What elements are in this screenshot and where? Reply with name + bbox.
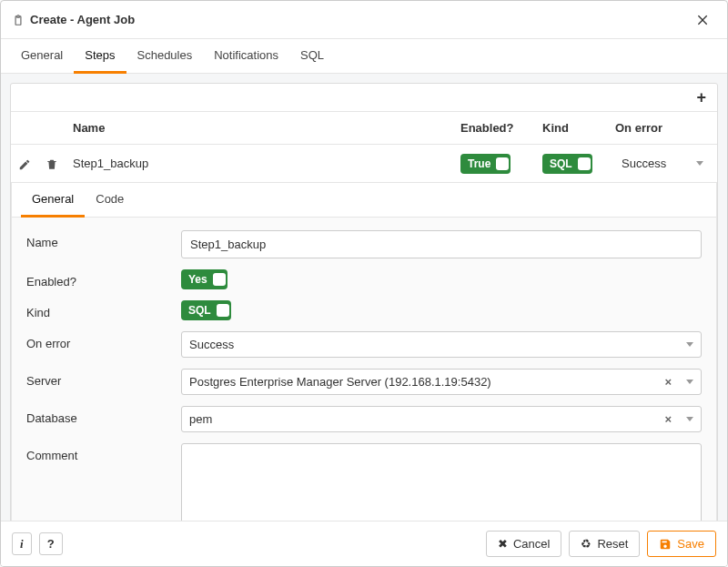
toggle-knob: [217, 304, 229, 317]
add-row-button[interactable]: +: [693, 89, 710, 106]
onerror-label: On error: [26, 331, 181, 350]
recycle-icon: ♻: [581, 538, 592, 550]
chevron-down-icon: [686, 342, 693, 347]
database-select[interactable]: pem ×: [181, 406, 702, 432]
subtab-general[interactable]: General: [21, 183, 85, 218]
server-select[interactable]: Postgres Enterprise Manager Server (192.…: [181, 369, 702, 395]
edit-row-button[interactable]: [18, 156, 31, 170]
tab-notifications[interactable]: Notifications: [203, 39, 289, 73]
row-enabled-toggle[interactable]: True: [460, 154, 511, 174]
server-clear-button[interactable]: ×: [664, 375, 672, 389]
col-header-name: Name: [66, 112, 453, 145]
delete-row-button[interactable]: [46, 156, 58, 170]
chevron-down-icon: [686, 380, 693, 384]
step-subtabs: General Code: [12, 183, 716, 218]
col-header-onerror: On error: [608, 112, 717, 145]
help-button[interactable]: ?: [39, 532, 63, 555]
onerror-value: Success: [189, 338, 679, 351]
tab-schedules[interactable]: Schedules: [126, 39, 204, 73]
help-icon: ?: [47, 538, 55, 550]
main-tabs: General Steps Schedules Notifications SQ…: [1, 39, 727, 74]
chevron-down-icon: [686, 417, 693, 421]
info-button[interactable]: i: [12, 532, 32, 555]
cancel-label: Cancel: [513, 537, 550, 551]
step-form: Name Enabled? Yes: [12, 218, 716, 521]
subtab-code[interactable]: Code: [85, 183, 135, 217]
onerror-select[interactable]: Success: [181, 331, 702, 358]
create-agent-job-dialog: Create - Agent Job General Steps Schedul…: [0, 0, 728, 567]
col-header-enabled: Enabled?: [453, 112, 535, 145]
database-value: pem: [189, 412, 664, 426]
save-icon: [659, 537, 672, 551]
server-value: Postgres Enterprise Manager Server (192.…: [189, 375, 664, 389]
kind-toggle-label: SQL: [188, 304, 211, 317]
row-kind-toggle[interactable]: SQL: [542, 154, 592, 174]
step-detail-panel: General Code Name Enabled?: [11, 183, 717, 521]
clipboard-icon: [12, 13, 25, 27]
dialog-footer: i ? ✖ Cancel ♻ Reset Save: [1, 521, 727, 566]
reset-label: Reset: [597, 537, 628, 551]
row-kind-label: SQL: [550, 157, 572, 170]
enabled-toggle-label: Yes: [188, 273, 207, 286]
tab-general[interactable]: General: [10, 39, 74, 73]
info-icon: i: [20, 538, 24, 550]
row-onerror-value: Success: [622, 157, 666, 170]
dialog-body: + Name Enabled? Kind On error: [1, 74, 727, 521]
save-label: Save: [677, 537, 704, 551]
grid-row: Step1_backup True SQL: [11, 145, 717, 183]
toggle-knob: [578, 157, 591, 170]
name-input[interactable]: [181, 230, 702, 258]
cancel-button[interactable]: ✖ Cancel: [486, 531, 561, 557]
toggle-knob: [496, 157, 509, 170]
tab-sql[interactable]: SQL: [289, 39, 335, 73]
save-button[interactable]: Save: [647, 531, 716, 557]
name-label: Name: [26, 230, 181, 249]
reset-button[interactable]: ♻ Reset: [569, 531, 640, 557]
col-header-kind: Kind: [535, 112, 608, 145]
close-icon: ✖: [498, 538, 508, 550]
close-button[interactable]: [691, 8, 716, 31]
database-label: Database: [26, 406, 181, 425]
chevron-down-icon: [696, 161, 703, 166]
steps-grid: + Name Enabled? Kind On error: [10, 83, 718, 521]
comment-textarea[interactable]: [181, 443, 702, 521]
kind-toggle[interactable]: SQL: [181, 300, 231, 320]
grid-toolbar: +: [11, 84, 717, 112]
row-onerror-select[interactable]: Success: [615, 152, 710, 175]
row-enabled-label: True: [468, 157, 490, 170]
dialog-title: Create - Agent Job: [30, 13, 135, 26]
grid-header-row: Name Enabled? Kind On error: [11, 112, 717, 145]
enabled-label: Enabled?: [26, 269, 181, 289]
kind-label: Kind: [26, 300, 181, 319]
comment-label: Comment: [26, 443, 181, 462]
database-clear-button[interactable]: ×: [664, 412, 672, 426]
tab-steps[interactable]: Steps: [74, 39, 126, 74]
server-label: Server: [26, 369, 181, 388]
dialog-titlebar: Create - Agent Job: [1, 1, 727, 39]
toggle-knob: [213, 273, 226, 286]
cell-name: Step1_backup: [66, 145, 453, 183]
enabled-toggle[interactable]: Yes: [181, 269, 228, 289]
